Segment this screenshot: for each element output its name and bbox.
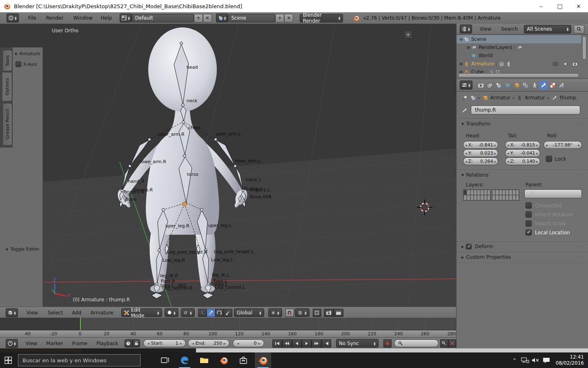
- bone-layer-cell[interactable]: [516, 190, 519, 195]
- manipulator-scale-button[interactable]: [224, 309, 232, 317]
- bone-layer-cell[interactable]: [495, 190, 499, 195]
- taskbar-file-explorer[interactable]: [196, 352, 212, 368]
- panel-grip[interactable]: [577, 245, 584, 249]
- bone-layer-cell[interactable]: [487, 190, 490, 195]
- info-editor-type-button[interactable]: [7, 13, 19, 22]
- timeline-ruler[interactable]: -40-200204060801001201401601802002202402…: [0, 330, 456, 338]
- head-z-field[interactable]: Z:0.264: [463, 157, 498, 165]
- outliner-hscrollbar[interactable]: [458, 73, 579, 77]
- task-view-button[interactable]: [157, 352, 173, 368]
- action-center-icon[interactable]: [542, 357, 550, 364]
- timeline-menu-playback[interactable]: Playback: [94, 341, 120, 346]
- menu-render[interactable]: Render: [44, 15, 66, 21]
- bone-layer-cell[interactable]: [477, 195, 480, 200]
- transform-panel-header[interactable]: Transform: [461, 121, 584, 127]
- relations-panel-header[interactable]: Relations: [461, 172, 584, 178]
- menu-window[interactable]: Window: [71, 15, 94, 21]
- menu-help[interactable]: Help: [99, 15, 114, 21]
- timeline-canvas[interactable]: [0, 318, 456, 330]
- properties-editor-type-button[interactable]: [460, 81, 472, 90]
- inherit-rotation-checkbox[interactable]: [526, 211, 532, 218]
- scene-name-field[interactable]: Scene: [228, 14, 275, 22]
- add-scene-button[interactable]: +: [275, 14, 284, 22]
- tail-x-field[interactable]: X:-0.815: [505, 141, 540, 149]
- lock-checkbox[interactable]: [546, 156, 552, 162]
- bone-layer-cell[interactable]: [492, 195, 495, 200]
- add-layout-button[interactable]: +: [194, 14, 203, 22]
- visibility-eye-icon[interactable]: [552, 62, 559, 66]
- bone-layer-cell[interactable]: [470, 190, 474, 195]
- snap-toggle-button[interactable]: [285, 309, 294, 317]
- network-icon[interactable]: [521, 357, 529, 364]
- bone-layer-cell[interactable]: [467, 195, 470, 200]
- increment-icon[interactable]: [258, 341, 261, 346]
- bone-layer-cell[interactable]: [474, 190, 477, 195]
- roll-field[interactable]: -177.98°: [543, 141, 582, 149]
- bone-layers-grid-2[interactable]: [492, 189, 519, 201]
- head-y-field[interactable]: Y:0.023: [463, 149, 498, 157]
- bone-layer-cell[interactable]: [512, 195, 516, 200]
- bone-layer-cell[interactable]: [499, 190, 502, 195]
- parent-field[interactable]: [524, 189, 582, 198]
- current-frame-marker[interactable]: [80, 318, 81, 330]
- outliner-vscrollbar[interactable]: [582, 36, 586, 60]
- outliner-row-world[interactable]: World: [457, 52, 581, 60]
- bone-layer-cell[interactable]: [463, 195, 467, 200]
- current-frame-field[interactable]: 0: [233, 339, 264, 347]
- render-border-button[interactable]: [313, 309, 321, 317]
- outliner-row-armature[interactable]: Armature: [457, 60, 581, 68]
- bone-layer-cell[interactable]: [506, 195, 509, 200]
- tab-tools[interactable]: Tools: [2, 50, 12, 71]
- expander-icon[interactable]: [466, 45, 471, 50]
- panel-grip[interactable]: [577, 122, 584, 126]
- bone-layer-cell[interactable]: [487, 195, 490, 200]
- minimize-button[interactable]: [532, 0, 550, 12]
- insert-keyframe-button[interactable]: [440, 339, 448, 348]
- bone-layer-cell[interactable]: [509, 190, 512, 195]
- bone-layer-cell[interactable]: [492, 190, 495, 195]
- tab-grease-pencil[interactable]: Grease Pencil: [2, 103, 12, 146]
- tab-object[interactable]: [512, 81, 521, 90]
- menu-file[interactable]: File: [26, 15, 38, 21]
- mode-select[interactable]: Edit Mode: [121, 308, 162, 317]
- renderability-camera-icon[interactable]: [572, 62, 578, 66]
- scene-ball-icon[interactable]: [470, 95, 476, 101]
- transform-orientation-select[interactable]: Global: [234, 308, 264, 317]
- delete-layout-button[interactable]: ✕: [203, 14, 212, 22]
- snap-element-select[interactable]: [295, 308, 310, 317]
- prev-keyframe-button[interactable]: [282, 339, 292, 348]
- outliner-menu-view[interactable]: View: [478, 26, 493, 32]
- decrement-icon[interactable]: [147, 341, 149, 346]
- increment-icon[interactable]: [224, 341, 226, 346]
- use-preview-range-button[interactable]: [125, 339, 132, 348]
- taskbar-search-input[interactable]: Buscar en la web y en Windows: [18, 354, 140, 366]
- outliner-scope-select[interactable]: All Scenes: [524, 25, 571, 34]
- sync-mode-select[interactable]: No Sync: [336, 339, 379, 348]
- viewport-canvas[interactable]: Z X: [0, 24, 456, 307]
- outliner-editor-type-button[interactable]: [460, 25, 472, 34]
- bone-layer-cell[interactable]: [467, 190, 470, 195]
- close-button[interactable]: [569, 0, 588, 12]
- outliner-row-scene[interactable]: Scene: [457, 35, 581, 43]
- expander-icon[interactable]: [458, 61, 464, 67]
- bone-layer-cell[interactable]: [477, 190, 480, 195]
- taskbar-blender[interactable]: [216, 352, 232, 368]
- tail-y-field[interactable]: Y:-0.041: [505, 149, 540, 157]
- increment-icon[interactable]: [180, 341, 182, 346]
- auto-keyframe-record-button[interactable]: [383, 339, 392, 348]
- outliner-row-renderlayers[interactable]: RenderLayers: [457, 43, 581, 52]
- manipulator-translate-button[interactable]: [207, 309, 215, 317]
- inherit-scale-checkbox[interactable]: [526, 220, 532, 227]
- tab-render[interactable]: [477, 81, 485, 90]
- breadcrumb-object[interactable]: Armatur: [490, 95, 510, 101]
- viewport-menu-armature[interactable]: Armature: [88, 310, 115, 316]
- frame-start-field[interactable]: Start: 1: [143, 339, 186, 347]
- proportional-edit-select[interactable]: [268, 308, 282, 317]
- panel-grip[interactable]: [577, 173, 584, 177]
- manipulator-axes-button[interactable]: [198, 309, 207, 317]
- local-location-option[interactable]: Local Location: [526, 229, 570, 236]
- keying-set-field[interactable]: [394, 339, 439, 347]
- bone-layer-cell[interactable]: [512, 190, 516, 195]
- armature-data-icon[interactable]: [517, 95, 522, 101]
- head-x-field[interactable]: X:-0.841: [463, 141, 498, 149]
